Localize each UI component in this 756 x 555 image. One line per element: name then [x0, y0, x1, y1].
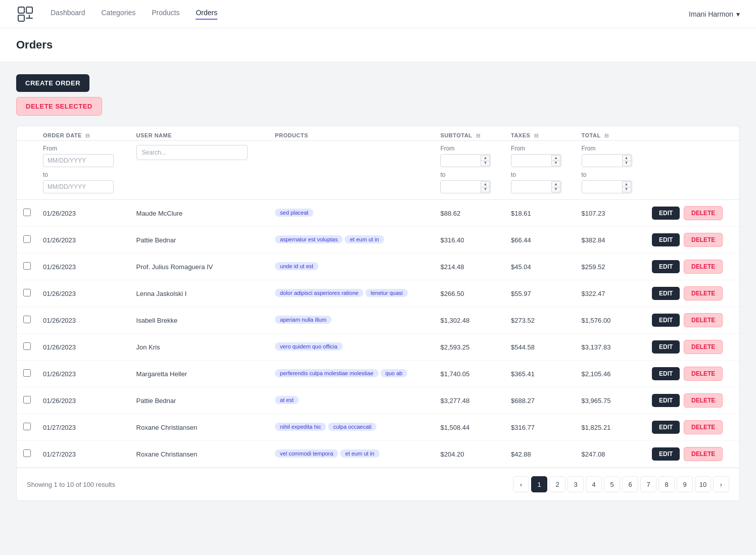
subtotal-to-up[interactable]: ▲	[481, 181, 490, 187]
row-order-date: 01/26/2023	[37, 334, 130, 361]
row-checkbox-5[interactable]	[23, 342, 31, 350]
page-10-button[interactable]: 10	[695, 476, 711, 492]
taxes-to-wrap: ▲ ▼	[511, 180, 561, 193]
row-checkbox-2[interactable]	[23, 262, 31, 270]
row-checkbox-0[interactable]	[23, 209, 31, 216]
edit-button[interactable]: EDIT	[652, 447, 680, 461]
row-taxes: $55.97	[505, 280, 576, 307]
row-subtotal: $316.40	[434, 227, 505, 254]
row-checkbox-1[interactable]	[23, 235, 31, 243]
delete-button[interactable]: DELETE	[684, 233, 723, 247]
row-checkbox-7[interactable]	[23, 396, 31, 403]
row-checkbox-4[interactable]	[23, 316, 31, 323]
row-checkbox-6[interactable]	[23, 369, 31, 377]
delete-button[interactable]: DELETE	[684, 393, 723, 408]
next-page-button[interactable]: ›	[713, 476, 729, 492]
table-row: 01/26/2023 Maude McClure sed placeat $88…	[17, 200, 739, 227]
filter-subtotal-icon[interactable]: ⊟	[476, 133, 481, 138]
page-2-button[interactable]: 2	[549, 476, 565, 492]
row-actions: EDIT DELETE	[646, 334, 739, 361]
row-taxes: $365.41	[505, 361, 576, 387]
delete-button[interactable]: DELETE	[684, 447, 723, 461]
row-total: $247.08	[576, 441, 646, 468]
delete-button[interactable]: DELETE	[684, 260, 723, 274]
search-input[interactable]	[136, 145, 248, 160]
delete-button[interactable]: DELETE	[684, 340, 723, 354]
subtotal-to-down[interactable]: ▼	[481, 187, 490, 193]
product-tag: aspernatur est voluptas	[275, 235, 343, 243]
row-checkbox-9[interactable]	[23, 449, 31, 457]
page-8-button[interactable]: 8	[658, 476, 675, 492]
col-subtotal: SUBTOTAL ⊟	[434, 126, 505, 141]
filter-date-from[interactable]	[43, 154, 114, 167]
page-3-button[interactable]: 3	[568, 476, 584, 492]
delete-button[interactable]: DELETE	[684, 313, 723, 327]
total-to-up[interactable]: ▲	[622, 181, 631, 187]
page-5-button[interactable]: 5	[604, 476, 620, 492]
filter-total-icon[interactable]: ⊟	[604, 133, 609, 138]
subtotal-from-up[interactable]: ▲	[481, 155, 490, 161]
delete-button[interactable]: DELETE	[684, 206, 723, 220]
product-tag: perferendis culpa molestiae molestiae	[275, 369, 379, 377]
row-products: nihil expedita hicculpa occaecati	[269, 414, 434, 441]
taxes-to-up[interactable]: ▲	[551, 181, 560, 187]
edit-button[interactable]: EDIT	[652, 367, 680, 380]
row-total: $1,576.00	[576, 307, 646, 334]
product-tag: vero quidem quo officia	[275, 342, 343, 350]
nav-categories[interactable]: Categories	[102, 9, 136, 20]
filter-date-to[interactable]	[43, 180, 114, 193]
row-user-name: Margaretta Heller	[130, 361, 269, 387]
page-6-button[interactable]: 6	[622, 476, 638, 492]
subtotal-to-label: to	[440, 171, 499, 178]
row-actions: EDIT DELETE	[646, 441, 739, 468]
edit-button[interactable]: EDIT	[652, 207, 680, 220]
edit-button[interactable]: EDIT	[652, 260, 680, 273]
nav-orders[interactable]: Orders	[196, 9, 217, 20]
page-7-button[interactable]: 7	[640, 476, 656, 492]
row-checkbox-3[interactable]	[23, 289, 31, 296]
row-subtotal: $2,593.25	[434, 334, 505, 361]
total-from-up[interactable]: ▲	[622, 155, 631, 161]
edit-button[interactable]: EDIT	[652, 233, 680, 246]
delete-button[interactable]: DELETE	[684, 367, 723, 381]
row-products: dolor adipisci asperiores rationetenetur…	[269, 280, 434, 307]
subtotal-from-down[interactable]: ▼	[481, 161, 490, 167]
nav-products[interactable]: Products	[152, 9, 179, 20]
row-actions: EDIT DELETE	[646, 307, 739, 334]
row-checkbox-8[interactable]	[23, 423, 31, 430]
edit-button[interactable]: EDIT	[652, 314, 680, 327]
nav-dashboard[interactable]: Dashboard	[51, 9, 85, 20]
edit-button[interactable]: EDIT	[652, 287, 680, 300]
row-products: aperiam nulla illum	[269, 307, 434, 334]
row-actions: EDIT DELETE	[646, 414, 739, 441]
edit-button[interactable]: EDIT	[652, 421, 680, 434]
page-4-button[interactable]: 4	[586, 476, 602, 492]
delete-selected-button[interactable]: DELETE SELECTED	[16, 97, 102, 116]
user-menu[interactable]: Imani Harmon ▾	[689, 10, 740, 18]
total-from-down[interactable]: ▼	[622, 161, 631, 167]
page-9-button[interactable]: 9	[677, 476, 693, 492]
row-taxes: $42.88	[505, 441, 576, 468]
row-checkbox-cell	[17, 200, 37, 227]
edit-button[interactable]: EDIT	[652, 340, 680, 354]
taxes-from-up[interactable]: ▲	[551, 155, 560, 161]
delete-button[interactable]: DELETE	[684, 286, 723, 300]
delete-button[interactable]: DELETE	[684, 420, 723, 434]
taxes-to-spinners: ▲ ▼	[551, 181, 560, 192]
taxes-from-down[interactable]: ▼	[551, 161, 560, 167]
table-body: 01/26/2023 Maude McClure sed placeat $88…	[17, 200, 739, 468]
edit-button[interactable]: EDIT	[652, 394, 680, 407]
row-products: unde id ut est	[269, 254, 434, 280]
pagination-pages: ‹ 1 2 3 4 5 6 7 8 9 10 ›	[513, 476, 729, 492]
filter-order-date-icon[interactable]: ⊟	[85, 133, 90, 138]
create-order-button[interactable]: CREATE ORDER	[16, 74, 89, 92]
row-actions: EDIT DELETE	[646, 227, 739, 254]
page-1-button[interactable]: 1	[531, 476, 547, 492]
row-checkbox-cell	[17, 254, 37, 280]
filter-taxes-icon[interactable]: ⊟	[534, 133, 539, 138]
total-to-down[interactable]: ▼	[622, 187, 631, 193]
row-actions: EDIT DELETE	[646, 254, 739, 280]
taxes-to-down[interactable]: ▼	[551, 187, 560, 193]
row-subtotal: $3,277.48	[434, 387, 505, 414]
prev-page-button[interactable]: ‹	[513, 476, 529, 492]
